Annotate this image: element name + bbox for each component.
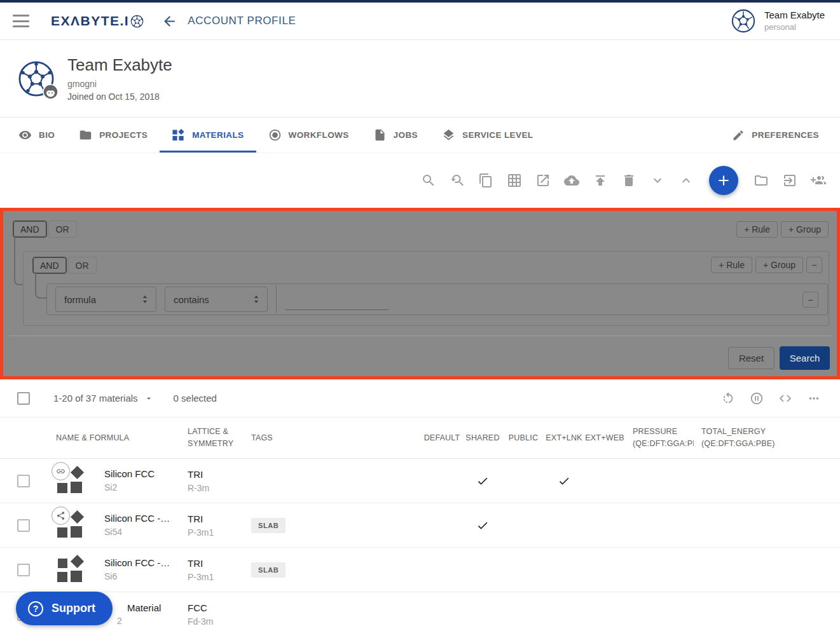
symmetry-group: R-3m bbox=[188, 483, 237, 493]
outer-add-group-button[interactable]: + Group bbox=[781, 221, 829, 238]
query-rule: formula contains − bbox=[46, 283, 828, 315]
cloud-upload-icon[interactable] bbox=[564, 173, 579, 188]
chevron-down-icon[interactable] bbox=[650, 173, 665, 188]
rule-field-select[interactable]: formula bbox=[55, 287, 156, 312]
tab-materials[interactable]: MATERIALS bbox=[160, 118, 256, 153]
outer-group-actions: + Rule + Group bbox=[736, 221, 829, 238]
nested-rule-group: AND OR + Rule + Group − formula contains… bbox=[23, 251, 829, 326]
col-tags[interactable]: TAGS bbox=[237, 433, 422, 442]
col-default[interactable]: DEFAULT bbox=[422, 433, 462, 442]
col-public[interactable]: PUBLIC bbox=[503, 433, 544, 442]
tag-chip[interactable]: SLAB bbox=[251, 518, 286, 533]
pencil-icon bbox=[732, 129, 745, 142]
col-ext-web[interactable]: EXT+WEB bbox=[584, 433, 625, 442]
grid-icon[interactable] bbox=[507, 173, 522, 188]
checkmark-icon bbox=[476, 475, 489, 487]
rule-operator-select[interactable]: contains bbox=[165, 287, 268, 312]
material-row[interactable]: Silicon FCC -… Si54 TRI P-3m1 SLAB bbox=[0, 503, 840, 548]
exabyte-logo[interactable]: EXΛBYTE.I bbox=[51, 13, 144, 29]
tab-service-level-label: SERVICE LEVEL bbox=[462, 130, 533, 140]
col-ext-lnk[interactable]: EXT+LNK bbox=[544, 433, 584, 442]
outer-or-button[interactable]: OR bbox=[48, 221, 77, 238]
material-icon bbox=[56, 467, 85, 495]
inner-and-button[interactable]: AND bbox=[32, 257, 67, 274]
col-shared[interactable]: SHARED bbox=[462, 433, 503, 442]
radio-checked-icon bbox=[268, 128, 282, 142]
inner-add-group-button[interactable]: + Group bbox=[755, 257, 803, 273]
tab-preferences-label: PREFERENCES bbox=[752, 130, 819, 140]
col-lattice-symmetry[interactable]: LATTICE & SYMMETRY bbox=[173, 426, 231, 451]
tab-preferences[interactable]: PREFERENCES bbox=[720, 118, 831, 153]
material-row[interactable]: Silicon FCC Si2 TRI R-3m bbox=[0, 459, 840, 503]
row-checkbox[interactable] bbox=[17, 475, 30, 487]
refresh-icon[interactable] bbox=[721, 391, 735, 405]
material-formula: 2 bbox=[117, 616, 173, 626]
rule-remove-button[interactable]: − bbox=[802, 292, 818, 308]
chevron-up-icon[interactable] bbox=[678, 173, 694, 188]
search-icon[interactable] bbox=[421, 173, 436, 188]
support-label: Support bbox=[52, 602, 95, 615]
tag-chip[interactable]: SLAB bbox=[251, 562, 286, 578]
pagination-range[interactable]: 1-20 of 37 materials bbox=[53, 393, 153, 404]
rule-operator-value: contains bbox=[174, 294, 209, 305]
tab-workflows-label: WORKFLOWS bbox=[289, 130, 349, 140]
outer-andor-toggle: AND OR bbox=[13, 221, 77, 238]
tree-connector bbox=[35, 273, 46, 299]
add-material-button[interactable] bbox=[709, 166, 738, 195]
tab-projects[interactable]: PROJECTS bbox=[67, 118, 160, 153]
layers-icon bbox=[442, 128, 455, 142]
group-add-icon[interactable] bbox=[811, 173, 826, 188]
rule-value-input[interactable] bbox=[285, 288, 389, 310]
saved-search-icon[interactable] bbox=[450, 173, 465, 188]
import-icon[interactable] bbox=[782, 173, 797, 188]
tab-jobs-label: JOBS bbox=[394, 130, 418, 140]
checkmark-icon bbox=[476, 519, 489, 532]
tab-bio[interactable]: BIO bbox=[6, 118, 67, 153]
profile-username: gmogni bbox=[67, 79, 172, 89]
pause-circle-icon[interactable] bbox=[750, 391, 764, 405]
materials-toolbar bbox=[0, 153, 840, 208]
material-row[interactable]: Silicon FCC -… Si6 TRI P-3m1 SLAB bbox=[0, 548, 840, 592]
tab-service-level[interactable]: SERVICE LEVEL bbox=[430, 118, 545, 153]
inner-add-rule-button[interactable]: + Rule bbox=[711, 257, 752, 273]
file-icon bbox=[373, 128, 387, 142]
support-button[interactable]: ? Support bbox=[16, 592, 113, 625]
code-icon[interactable] bbox=[778, 391, 792, 405]
user-avatar[interactable] bbox=[731, 9, 755, 33]
materials-icon bbox=[172, 128, 185, 142]
row-checkbox[interactable] bbox=[17, 564, 30, 576]
open-in-new-icon[interactable] bbox=[535, 173, 551, 188]
back-arrow-icon[interactable] bbox=[162, 13, 177, 29]
delete-icon[interactable] bbox=[621, 173, 637, 188]
tree-connector bbox=[14, 238, 23, 285]
dropdown-arrow-icon bbox=[144, 394, 153, 403]
folder-icon[interactable] bbox=[754, 173, 769, 188]
inner-remove-group-button[interactable]: − bbox=[806, 257, 822, 273]
material-name: Material bbox=[127, 603, 173, 614]
search-button[interactable]: Search bbox=[780, 346, 830, 370]
material-name: Silicon FCC -… bbox=[104, 558, 173, 569]
tab-jobs[interactable]: JOBS bbox=[361, 118, 430, 153]
reset-button[interactable]: Reset bbox=[728, 347, 775, 369]
material-row[interactable]: Material 2 FCC Fd-3m bbox=[0, 592, 840, 637]
more-icon[interactable] bbox=[807, 391, 821, 405]
outer-add-rule-button[interactable]: + Rule bbox=[736, 221, 778, 238]
inner-or-button[interactable]: OR bbox=[68, 257, 97, 274]
hamburger-menu-icon[interactable] bbox=[13, 15, 29, 27]
col-pressure[interactable]: PRESSURE (QE:DFT:GGA:PBE) bbox=[625, 426, 694, 450]
profile-joined-date: Joined on Oct 15, 2018 bbox=[67, 92, 172, 102]
sort-arrows-icon bbox=[251, 294, 262, 305]
col-name-formula[interactable]: NAME & FORMULA bbox=[41, 433, 173, 442]
appbar-user-context: personal bbox=[764, 22, 825, 33]
col-total-energy[interactable]: TOTAL_ENERGY (QE:DFT:GGA:PBE) bbox=[694, 426, 789, 450]
appbar-user-name[interactable]: Team Exabyte bbox=[764, 9, 825, 22]
material-formula: Si54 bbox=[104, 527, 173, 537]
upload-icon[interactable] bbox=[593, 173, 608, 188]
row-checkbox[interactable] bbox=[17, 519, 30, 532]
rule-field-value: formula bbox=[64, 294, 96, 305]
select-all-checkbox[interactable] bbox=[17, 392, 30, 405]
tab-workflows[interactable]: WORKFLOWS bbox=[256, 118, 361, 153]
copy-icon[interactable] bbox=[478, 173, 493, 188]
outer-and-button[interactable]: AND bbox=[13, 221, 47, 238]
tab-bio-label: BIO bbox=[39, 130, 55, 140]
